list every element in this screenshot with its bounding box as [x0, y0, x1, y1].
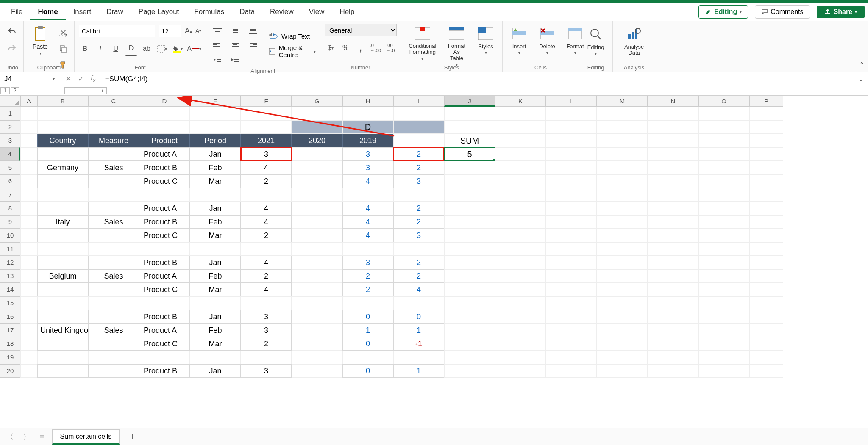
- align-center-icon[interactable]: [228, 38, 242, 53]
- cell-A8[interactable]: [20, 202, 37, 215]
- merge-centre-button[interactable]: Merge & Centre ▾: [269, 44, 316, 58]
- row-header-19[interactable]: 19: [0, 351, 20, 364]
- cell-E20[interactable]: Jan: [190, 364, 241, 378]
- cell-M18[interactable]: [597, 337, 648, 351]
- cell-J17[interactable]: [444, 323, 495, 337]
- cell-E9[interactable]: Feb: [190, 215, 241, 229]
- cell-G10[interactable]: [292, 229, 342, 242]
- cell-H14[interactable]: 2: [342, 283, 393, 296]
- column-header-F[interactable]: F: [241, 96, 292, 107]
- cell-M8[interactable]: [597, 202, 648, 215]
- cell-K20[interactable]: [495, 364, 546, 378]
- cell-A17[interactable]: [20, 323, 37, 337]
- comma-icon[interactable]: ,: [355, 41, 366, 55]
- cell-D5[interactable]: Product B: [139, 161, 190, 174]
- cell-A4[interactable]: [20, 147, 37, 161]
- cell-M14[interactable]: [597, 283, 648, 296]
- cell-J13[interactable]: [444, 269, 495, 283]
- cell-M10[interactable]: [597, 229, 648, 242]
- cell-A11[interactable]: [20, 242, 37, 256]
- cell-I20[interactable]: 1: [393, 364, 444, 378]
- cell-L10[interactable]: [546, 229, 597, 242]
- cell-L8[interactable]: [546, 202, 597, 215]
- cell-D11[interactable]: [139, 242, 190, 256]
- cell-O19[interactable]: [698, 351, 749, 364]
- cancel-formula-icon[interactable]: ✕: [65, 75, 71, 83]
- fill-color-icon[interactable]: ▾: [172, 41, 184, 56]
- column-header-N[interactable]: N: [648, 96, 698, 107]
- cell-F5[interactable]: 4: [241, 161, 292, 174]
- cell-F4[interactable]: 3: [241, 147, 292, 161]
- cell-D9[interactable]: Product B: [139, 215, 190, 229]
- column-header-E[interactable]: E: [190, 96, 241, 107]
- select-all-corner[interactable]: [0, 96, 20, 107]
- cell-N3[interactable]: [648, 134, 698, 147]
- cell-J15[interactable]: [444, 296, 495, 310]
- cell-F11[interactable]: [241, 242, 292, 256]
- cell-P19[interactable]: [749, 351, 783, 364]
- cell-L15[interactable]: [546, 296, 597, 310]
- cell-N11[interactable]: [648, 242, 698, 256]
- cell-B16[interactable]: [37, 310, 88, 323]
- cell-D6[interactable]: Product C: [139, 174, 190, 188]
- cell-N18[interactable]: [648, 337, 698, 351]
- cell-E11[interactable]: [190, 242, 241, 256]
- cell-I15[interactable]: [393, 296, 444, 310]
- cell-M4[interactable]: [597, 147, 648, 161]
- cell-B10[interactable]: [37, 229, 88, 242]
- font-name-select[interactable]: [79, 25, 155, 37]
- outline-level-1[interactable]: 1: [0, 87, 10, 94]
- cell-D19[interactable]: [139, 351, 190, 364]
- row-header-9[interactable]: 9: [0, 215, 20, 229]
- cell-B12[interactable]: [37, 256, 88, 269]
- row-header-15[interactable]: 15: [0, 296, 20, 310]
- cell-C3[interactable]: Measure: [88, 134, 139, 147]
- cell-O5[interactable]: [698, 161, 749, 174]
- cell-P9[interactable]: [749, 215, 783, 229]
- cell-K8[interactable]: [495, 202, 546, 215]
- cell-B7[interactable]: [37, 188, 88, 202]
- cell-G20[interactable]: [292, 364, 342, 378]
- cell-F10[interactable]: 2: [241, 229, 292, 242]
- cell-G7[interactable]: [292, 188, 342, 202]
- cell-C12[interactable]: [88, 256, 139, 269]
- cell-M11[interactable]: [597, 242, 648, 256]
- cell-I16[interactable]: 0: [393, 310, 444, 323]
- cell-P20[interactable]: [749, 364, 783, 378]
- cell-G1[interactable]: [292, 107, 342, 120]
- cell-A2[interactable]: [20, 120, 37, 134]
- cell-H19[interactable]: [342, 351, 393, 364]
- increase-font-icon[interactable]: A▴: [185, 24, 192, 38]
- cell-O14[interactable]: [698, 283, 749, 296]
- cell-N9[interactable]: [648, 215, 698, 229]
- cell-E2[interactable]: [190, 120, 241, 134]
- cell-P7[interactable]: [749, 188, 783, 202]
- cell-P17[interactable]: [749, 323, 783, 337]
- cell-M3[interactable]: [597, 134, 648, 147]
- cell-L19[interactable]: [546, 351, 597, 364]
- cell-I12[interactable]: 2: [393, 256, 444, 269]
- cell-I5[interactable]: 2: [393, 161, 444, 174]
- cell-B6[interactable]: [37, 174, 88, 188]
- cell-H3[interactable]: 2019: [342, 134, 393, 147]
- cell-C8[interactable]: [88, 202, 139, 215]
- cell-F8[interactable]: 4: [241, 202, 292, 215]
- cell-N12[interactable]: [648, 256, 698, 269]
- cell-I11[interactable]: [393, 242, 444, 256]
- cell-D10[interactable]: Product C: [139, 229, 190, 242]
- cell-B2[interactable]: [37, 120, 88, 134]
- cell-G5[interactable]: [292, 161, 342, 174]
- cell-I7[interactable]: [393, 188, 444, 202]
- column-header-D[interactable]: D: [139, 96, 190, 107]
- cell-O1[interactable]: [698, 107, 749, 120]
- cell-D16[interactable]: Product B: [139, 310, 190, 323]
- cell-G8[interactable]: [292, 202, 342, 215]
- cell-P12[interactable]: [749, 256, 783, 269]
- cell-N15[interactable]: [648, 296, 698, 310]
- cell-O3[interactable]: [698, 134, 749, 147]
- cell-F20[interactable]: 3: [241, 364, 292, 378]
- cell-P5[interactable]: [749, 161, 783, 174]
- cell-F17[interactable]: 3: [241, 323, 292, 337]
- cell-G14[interactable]: [292, 283, 342, 296]
- cell-D4[interactable]: Product A: [139, 147, 190, 161]
